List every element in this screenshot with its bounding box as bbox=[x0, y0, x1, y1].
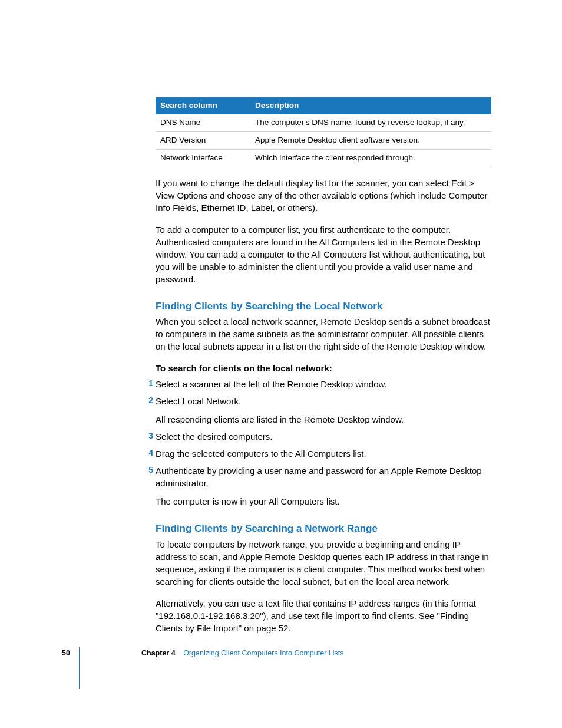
search-columns-table: Search column Description DNS NameThe co… bbox=[156, 97, 491, 167]
step-text: Select a scanner at the left of the Remo… bbox=[156, 378, 491, 390]
step-item: 4Drag the selected computers to the All … bbox=[156, 447, 491, 460]
cell-search-column: ARD Version bbox=[156, 131, 250, 149]
cell-search-column: Network Interface bbox=[156, 149, 250, 167]
step-text: Drag the selected computers to the All C… bbox=[156, 447, 491, 460]
step-text: Select the desired computers. bbox=[156, 430, 491, 443]
cell-search-column: DNS Name bbox=[156, 114, 250, 131]
paragraph-network-range-1: To locate computers by network range, yo… bbox=[156, 538, 491, 588]
table-header-description: Description bbox=[250, 97, 491, 114]
step-item: 5Authenticate by providing a user name a… bbox=[156, 465, 491, 508]
paragraph-edit-view-options: If you want to change the default displa… bbox=[156, 177, 491, 214]
step-number: 3 bbox=[144, 430, 153, 442]
step-item: 1Select a scanner at the left of the Rem… bbox=[156, 378, 491, 390]
step-item: 3Select the desired computers. bbox=[156, 430, 491, 443]
table-row: ARD VersionApple Remote Desktop client s… bbox=[156, 131, 491, 149]
heading-finding-clients-network-range: Finding Clients by Searching a Network R… bbox=[156, 522, 491, 536]
step-text: Select Local Network. bbox=[156, 395, 491, 407]
steps-list: 1Select a scanner at the left of the Rem… bbox=[156, 378, 491, 508]
chapter-title: Organizing Client Computers Into Compute… bbox=[183, 649, 343, 657]
step-text: Authenticate by providing a user name an… bbox=[156, 465, 491, 489]
step-follow-text: The computer is now in your All Computer… bbox=[156, 495, 491, 508]
heading-finding-clients-local-network: Finding Clients by Searching the Local N… bbox=[156, 299, 491, 314]
step-number: 5 bbox=[144, 465, 153, 476]
cell-description: Which interface the client responded thr… bbox=[250, 149, 491, 167]
paragraph-add-computer: To add a computer to a computer list, yo… bbox=[156, 223, 491, 285]
footer-rule bbox=[79, 647, 80, 689]
chapter-label: Chapter 4 bbox=[141, 649, 176, 657]
page-number: 50 bbox=[62, 648, 70, 659]
step-follow-text: All responding clients are listed in the… bbox=[156, 413, 491, 426]
subhead-search-local-network: To search for clients on the local netwo… bbox=[156, 362, 491, 374]
paragraph-network-range-2: Alternatively, you can use a text file t… bbox=[156, 597, 491, 634]
step-number: 4 bbox=[144, 447, 153, 459]
table-row: Network InterfaceWhich interface the cli… bbox=[156, 149, 491, 167]
cell-description: The computer's DNS name, found by revers… bbox=[250, 114, 491, 131]
step-item: 2Select Local Network.All responding cli… bbox=[156, 395, 491, 426]
table-header-search-column: Search column bbox=[156, 97, 250, 114]
step-number: 1 bbox=[144, 378, 153, 390]
cell-description: Apple Remote Desktop client software ver… bbox=[250, 131, 491, 149]
paragraph-local-network-intro: When you select a local network scanner,… bbox=[156, 315, 491, 353]
step-number: 2 bbox=[144, 395, 153, 407]
table-row: DNS NameThe computer's DNS name, found b… bbox=[156, 114, 491, 131]
